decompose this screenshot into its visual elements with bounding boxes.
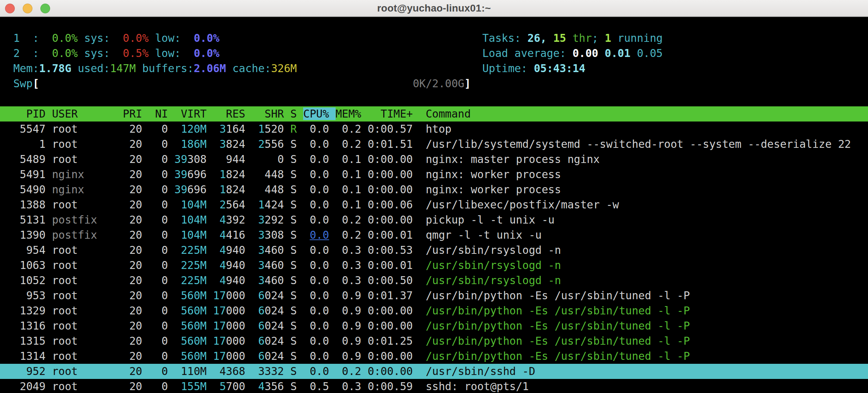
- swap-meter-row: Swp[ 0K/2.00G]: [13, 76, 855, 91]
- text-segment: [303, 259, 310, 271]
- text-segment: [207, 183, 213, 196]
- memory-value: 024: [265, 319, 284, 332]
- load-15min: 0.05: [637, 47, 663, 59]
- cell-state: S: [291, 350, 304, 362]
- text-segment: [207, 138, 213, 150]
- process-row[interactable]: 1314 root 20 0 560M 17000 6024 S 0.0 0.9…: [13, 349, 855, 364]
- text-segment: [245, 335, 252, 347]
- memory-value-mb: 3: [252, 274, 265, 287]
- text-segment: [207, 274, 213, 287]
- cell-mem-percent: 0.1: [336, 183, 368, 196]
- cell-ni: 0: [149, 289, 174, 302]
- text-segment: [245, 153, 252, 165]
- text-segment: [329, 380, 336, 393]
- tasks-running-count: 1: [605, 32, 611, 44]
- close-button[interactable]: [5, 4, 15, 13]
- process-row[interactable]: 5547 root 20 0 120M 3164 1520 R 0.0 0.2 …: [13, 122, 855, 137]
- memory-value: 120M: [174, 123, 207, 135]
- blank-line: [13, 91, 855, 106]
- cell-pid: 1052: [13, 274, 52, 287]
- cell-state: S: [291, 138, 304, 150]
- memory-value: 308: [187, 153, 207, 165]
- swap-bracket-close: ]: [464, 77, 471, 90]
- text-segment: [245, 168, 252, 181]
- process-row[interactable]: 5491 nginx 20 0 39696 1824 448 S 0.0 0.1…: [13, 167, 855, 182]
- process-row[interactable]: 1063 root 20 0 225M 4940 3460 S 0.0 0.3 …: [13, 258, 855, 273]
- process-row[interactable]: 1329 root 20 0 560M 17000 6024 S 0.0 0.9…: [13, 303, 855, 318]
- memory-value: 448: [252, 168, 284, 181]
- cell-state: S: [291, 259, 304, 271]
- text-segment: [284, 304, 291, 317]
- memory-value: 024: [265, 304, 284, 317]
- cell-cpu-percent: 0.0: [310, 335, 329, 347]
- mem-total: 1.78G: [39, 62, 71, 75]
- memory-value-mb: 3: [252, 229, 265, 241]
- text-segment: [284, 138, 291, 150]
- cell-cpu-percent: 0.0: [310, 183, 329, 196]
- process-row[interactable]: 5490 nginx 20 0 39696 1824 448 S 0.0 0.1…: [13, 182, 855, 197]
- memory-value-mb: 6: [252, 289, 265, 302]
- cell-pid: 1314: [13, 350, 52, 362]
- tasks-separator: ;: [592, 32, 605, 44]
- tasks-thr-label: thr: [566, 32, 592, 44]
- process-row[interactable]: 1 root 20 0 186M 3824 2556 S 0.0 0.2 0:0…: [13, 137, 855, 152]
- process-row[interactable]: 1316 root 20 0 560M 17000 6024 S 0.0 0.9…: [13, 318, 855, 334]
- text-segment: [303, 183, 310, 196]
- text-segment: [303, 244, 310, 256]
- memory-value: 940: [226, 244, 245, 256]
- text-segment: [329, 123, 336, 135]
- text-segment: [284, 213, 291, 226]
- process-row[interactable]: 1315 root 20 0 560M 17000 6024 S 0.0 0.9…: [13, 334, 855, 349]
- tasks-running-label: running: [611, 32, 663, 44]
- memory-value: 155M: [174, 380, 207, 393]
- process-row-selected[interactable]: 952 root 20 0 110M 4368 3332 S 0.0 0.2 0…: [0, 364, 868, 379]
- text-segment: [245, 138, 252, 150]
- text-segment: [284, 123, 291, 135]
- process-row[interactable]: 1388 root 20 0 104M 2564 1424 S 0.0 0.1 …: [13, 197, 855, 212]
- col-shr: SHR: [252, 107, 290, 120]
- cpu-user-percent: 0.0%: [39, 32, 78, 44]
- cell-command: nginx: worker process: [426, 183, 561, 196]
- cell-cpu-percent: 0.5: [310, 380, 329, 393]
- cell-time: 0:00.57: [368, 123, 426, 135]
- mem-buffers-label: buffers:: [136, 62, 194, 75]
- process-row[interactable]: 5131 postfix 20 0 104M 4392 3292 S 0.0 0…: [13, 212, 855, 228]
- memory-value: 460: [265, 274, 284, 287]
- text-segment: [303, 153, 310, 165]
- text-segment: [284, 153, 291, 165]
- text-segment: [245, 259, 252, 271]
- process-row[interactable]: 2049 root 20 0 155M 5700 4356 S 0.5 0.3 …: [13, 379, 855, 393]
- cell-user: root: [52, 380, 123, 393]
- process-row[interactable]: 5489 root 20 0 39308 944 0 S 0.0 0.1 0:0…: [13, 152, 855, 167]
- cell-user: root: [52, 153, 123, 165]
- cell-state: S: [291, 244, 304, 256]
- text-segment: [245, 365, 252, 377]
- maximize-button[interactable]: [40, 4, 50, 13]
- memory-value: 556: [265, 138, 284, 150]
- text-segment: [284, 259, 291, 271]
- col-virt: VIRT: [174, 107, 213, 120]
- process-row[interactable]: 954 root 20 0 225M 4940 3460 S 0.0 0.3 0…: [13, 243, 855, 258]
- process-row[interactable]: 1390 postfix 20 0 104M 4416 3308 S 0.0 0…: [13, 228, 855, 243]
- process-row[interactable]: 1052 root 20 0 225M 4940 3460 S 0.0 0.3 …: [13, 273, 855, 288]
- memory-value-mb: 3: [213, 123, 226, 135]
- memory-value-mb: 5: [213, 380, 226, 393]
- cell-state: S: [291, 183, 304, 196]
- cpu2-label: 2 :: [13, 47, 39, 59]
- cell-cpu-percent: 0.0: [310, 123, 329, 135]
- process-row[interactable]: 953 root 20 0 560M 17000 6024 S 0.0 0.9 …: [13, 288, 855, 303]
- memory-value: 024: [265, 335, 284, 347]
- text-segment: [303, 168, 310, 181]
- cell-pid: 952: [13, 365, 52, 377]
- cell-pri: 20: [123, 289, 149, 302]
- table-header-row[interactable]: PID USER PRI NI VIRT RES SHR S CPU% MEM%…: [0, 106, 868, 122]
- cell-mem-percent: 0.9: [336, 304, 368, 317]
- cell-cpu-percent: 0.0: [310, 153, 329, 165]
- cell-pid: 5131: [13, 213, 52, 226]
- memory-value: 104M: [174, 229, 207, 241]
- minimize-button[interactable]: [23, 4, 32, 13]
- cell-pid: 1329: [13, 304, 52, 317]
- cell-cpu-percent: 0.0: [310, 198, 329, 211]
- memory-value: 824: [226, 183, 245, 196]
- memory-value: 024: [265, 350, 284, 362]
